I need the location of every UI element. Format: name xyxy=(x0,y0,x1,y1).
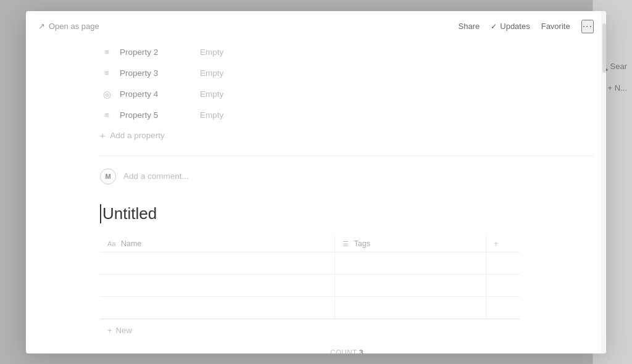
count-row: COUNT 3 xyxy=(100,341,594,354)
cell-add-3 xyxy=(486,296,520,318)
property-row-4[interactable]: ◎ Property 4 Empty xyxy=(100,84,594,105)
property-row-2[interactable]: ≡ Property 2 Empty xyxy=(100,42,594,63)
share-button[interactable]: Share xyxy=(459,22,480,31)
table-row xyxy=(100,296,520,318)
cell-name-3[interactable] xyxy=(100,296,335,318)
property-3-name: Property 3 xyxy=(120,68,200,78)
favorite-button[interactable]: Favorite xyxy=(541,22,570,31)
properties-section: ≡ Property 2 Empty ≡ Property 3 Empty ◎ … xyxy=(100,39,594,151)
column-tags-header[interactable]: ☰ Tags xyxy=(335,236,486,252)
modal-body: ≡ Property 2 Empty ≡ Property 3 Empty ◎ … xyxy=(26,39,606,354)
new-row-label: New xyxy=(116,326,132,335)
add-property-label: Add a property xyxy=(110,131,165,140)
property-row-5[interactable]: ≡ Property 5 Empty xyxy=(100,105,594,126)
avatar-letter: M xyxy=(105,173,110,180)
comment-placeholder: Add a comment... xyxy=(123,172,189,181)
scrollbar-thumb[interactable] xyxy=(602,23,606,73)
add-property-button[interactable]: + Add a property xyxy=(100,126,594,143)
tags-col-icon: ☰ xyxy=(343,240,349,247)
share-label: Share xyxy=(459,22,480,31)
open-page-icon: ↗ xyxy=(38,22,45,31)
add-column-button[interactable]: + xyxy=(486,236,520,252)
cell-add-2 xyxy=(486,274,520,296)
new-row-button[interactable]: + New xyxy=(100,319,520,341)
property-5-name: Property 5 xyxy=(120,110,200,120)
cell-add-1 xyxy=(486,252,520,274)
page-title[interactable]: Untitled xyxy=(100,194,594,236)
properties-divider xyxy=(100,155,594,156)
new-row-plus-icon: + xyxy=(107,326,112,335)
modal-container: ↗ Open as page Share ✓ Updates Favorite xyxy=(26,11,606,354)
updates-label: Updates xyxy=(500,22,530,31)
more-icon: ··· xyxy=(583,21,592,31)
property-3-icon: ≡ xyxy=(100,67,114,80)
property-3-value: Empty xyxy=(200,68,223,78)
favorite-label: Favorite xyxy=(541,22,570,31)
table-row xyxy=(100,252,520,274)
table-row xyxy=(100,274,520,296)
property-2-name: Property 2 xyxy=(120,48,200,57)
name-col-icon: Aa xyxy=(107,240,115,247)
tags-col-label: Tags xyxy=(354,239,370,248)
property-2-value: Empty xyxy=(200,48,223,57)
count-label: COUNT xyxy=(330,349,357,354)
header-actions: Share ✓ Updates Favorite ··· xyxy=(459,20,594,33)
cell-name-2[interactable] xyxy=(100,274,335,296)
property-4-icon: ◎ xyxy=(100,88,114,101)
comment-row[interactable]: M Add a comment... xyxy=(100,165,594,194)
open-as-page-label: Open as page xyxy=(49,22,99,31)
scrollbar-track[interactable] xyxy=(601,11,606,354)
property-row-3[interactable]: ≡ Property 3 Empty xyxy=(100,63,594,84)
check-icon: ✓ xyxy=(491,22,497,31)
property-5-value: Empty xyxy=(200,110,223,120)
add-col-icon: + xyxy=(494,239,498,248)
property-2-icon: ≡ xyxy=(100,46,114,59)
modal-header: ↗ Open as page Share ✓ Updates Favorite xyxy=(26,11,606,39)
avatar: M xyxy=(100,168,116,184)
more-options-button[interactable]: ··· xyxy=(581,20,594,33)
add-property-plus-icon: + xyxy=(100,131,105,141)
page-title-text: Untitled xyxy=(100,204,157,223)
page-background: 🔍 Sear + N... ↗ Open as page Share xyxy=(0,0,632,364)
property-5-icon: ≡ xyxy=(100,109,114,122)
cell-tags-1[interactable] xyxy=(335,252,486,274)
column-name-header[interactable]: Aa Name xyxy=(100,236,335,252)
open-as-page-button[interactable]: ↗ Open as page xyxy=(38,22,99,31)
modal-overlay: ↗ Open as page Share ✓ Updates Favorite xyxy=(0,0,632,364)
count-value: 3 xyxy=(359,349,364,354)
property-4-value: Empty xyxy=(200,89,223,99)
name-col-label: Name xyxy=(121,239,141,248)
cell-tags-2[interactable] xyxy=(335,274,486,296)
updates-button[interactable]: ✓ Updates xyxy=(491,22,530,31)
cell-tags-3[interactable] xyxy=(335,296,486,318)
database-table: Aa Name ☰ Tags + xyxy=(100,236,520,319)
cell-name-1[interactable] xyxy=(100,252,335,274)
property-4-name: Property 4 xyxy=(120,89,200,99)
